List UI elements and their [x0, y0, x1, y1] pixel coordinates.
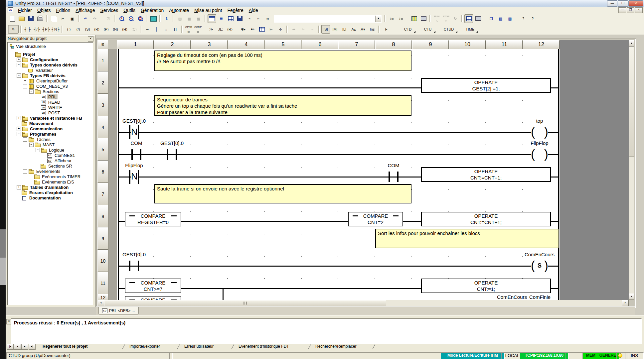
- tree-item-communication[interactable]: +Communication: [8, 126, 93, 131]
- minimize-button[interactable]: —: [607, 0, 617, 7]
- combobox-arrow-icon[interactable]: ▼: [375, 16, 381, 22]
- coil-reset-button[interactable]: [92, 25, 101, 34]
- contact-n-button[interactable]: [51, 25, 60, 34]
- h-scroll-thumb[interactable]: [104, 300, 386, 306]
- project-browser-button[interactable]: [217, 14, 226, 23]
- rung-number-8[interactable]: 8: [97, 205, 108, 227]
- ffb-assistant-button[interactable]: [248, 25, 257, 34]
- tree-item-mouvement[interactable]: Mouvement: [8, 121, 93, 126]
- undo-button[interactable]: [81, 14, 90, 23]
- hline-extend-button[interactable]: [162, 25, 170, 34]
- output-content[interactable]: Processus réussi : 0 Erreur(s) , 1 Avert…: [11, 318, 642, 344]
- coil-negative-button[interactable]: [111, 25, 120, 34]
- output-tab-erreur-utilisateur[interactable]: Erreur utilisateur: [180, 344, 232, 349]
- timeline-button[interactable]: [194, 14, 203, 23]
- tree-item-t-ches[interactable]: −Tâches: [8, 137, 93, 142]
- tile-horizontal-button[interactable]: [496, 14, 505, 23]
- address-combobox[interactable]: ▼: [274, 15, 382, 23]
- output-nav-2-icon[interactable]: ▸: [21, 344, 28, 350]
- simulator-button[interactable]: [419, 14, 428, 23]
- var-add-button[interactable]: [289, 25, 298, 34]
- rung-number-2[interactable]: 2: [97, 71, 108, 94]
- rung-number-9[interactable]: 9: [97, 227, 108, 250]
- collapse-icon[interactable]: −: [17, 132, 21, 136]
- time-button-button[interactable]: [461, 25, 479, 34]
- menu-affichage[interactable]: Affichage: [73, 7, 97, 14]
- tree-item-comnes1[interactable]: ComNES1: [8, 153, 93, 158]
- expand-icon[interactable]: +: [17, 127, 21, 131]
- tree-item-read[interactable]: READ: [8, 99, 93, 105]
- collapse-icon[interactable]: −: [23, 169, 27, 174]
- var-view-button[interactable]: [308, 25, 317, 34]
- insert-mode-button[interactable]: [368, 25, 377, 34]
- rung-number-3[interactable]: 3: [97, 94, 108, 116]
- save-button[interactable]: [27, 14, 35, 23]
- vline-button[interactable]: [152, 25, 161, 34]
- comment-box[interactable]: Reglage du timeout de com (en pas de 100…: [154, 51, 411, 71]
- expand-icon[interactable]: +: [17, 116, 21, 120]
- operate-block-button[interactable]: [184, 25, 193, 34]
- tree-item-tables-d-animation[interactable]: +Tables d'animation: [8, 184, 93, 190]
- tree-item-programmes[interactable]: −Programmes: [8, 131, 93, 137]
- output-nav-1-icon[interactable]: ◂: [14, 344, 21, 350]
- screen-save-button[interactable]: [236, 14, 244, 23]
- transfer-to-plc-button[interactable]: [387, 14, 396, 23]
- search-button[interactable]: [263, 14, 272, 23]
- data-selection-button[interactable]: [257, 25, 266, 34]
- tree-item-afficheur[interactable]: Afficheur: [8, 158, 93, 163]
- compare-block[interactable]: COMPARECNT>=7: [125, 279, 181, 293]
- cut-button[interactable]: [59, 14, 67, 23]
- tree-item-mast[interactable]: −MAST: [8, 142, 93, 147]
- label-button[interactable]: [216, 25, 225, 34]
- collapse-icon[interactable]: −: [23, 84, 27, 88]
- comment-box[interactable]: Saute la trame si on envoie rien avec le…: [154, 184, 411, 203]
- output-tab-reg-n-rer-tout-le-projet[interactable]: Regénérer tout le projet: [38, 344, 123, 349]
- wire-cross-button[interactable]: [276, 25, 285, 34]
- data-editor-button[interactable]: [226, 14, 235, 23]
- copy-button[interactable]: [49, 14, 58, 23]
- v-scroll-down-icon[interactable]: ▾: [629, 294, 634, 300]
- contact-p-button[interactable]: [42, 25, 51, 34]
- tree-item-documentation[interactable]: Documentation: [8, 195, 93, 200]
- new-button[interactable]: [8, 14, 17, 23]
- tree-item-sections-sr[interactable]: Sections SR: [8, 163, 93, 169]
- open-button[interactable]: [17, 14, 26, 23]
- mdi-restore-button[interactable]: ❐: [627, 7, 634, 13]
- coil-halt-button[interactable]: [120, 25, 129, 34]
- output-tab-importer-exporter[interactable]: Importer/exporter: [125, 344, 178, 349]
- tree-item-variables-et-instances-fb[interactable]: +Variables et instances FB: [8, 115, 93, 121]
- help-button[interactable]: [519, 14, 528, 23]
- context-help-button[interactable]: [528, 14, 537, 23]
- ffb-insert-button[interactable]: [239, 25, 247, 34]
- tree-item-ev-nements-timer[interactable]: Evénements TIMER: [8, 174, 93, 179]
- h-scrollbar[interactable]: ◂ ▸: [97, 300, 629, 306]
- rung-number-10[interactable]: 10: [97, 250, 108, 272]
- output-tab-ev-nement-d-historique-fdt[interactable]: Evénement d'historique FDT: [234, 344, 309, 349]
- jump-button[interactable]: [207, 25, 216, 34]
- collapse-icon[interactable]: −: [36, 148, 40, 152]
- rung-number-1[interactable]: 1: [97, 49, 108, 71]
- tree-item-logique[interactable]: −Logique: [8, 147, 93, 153]
- zoom-out-button[interactable]: [126, 14, 135, 23]
- contact-no-button[interactable]: [23, 25, 32, 34]
- stop-button[interactable]: [442, 14, 450, 23]
- expand-icon[interactable]: +: [17, 58, 21, 62]
- animation-table-button[interactable]: [464, 14, 473, 23]
- output-nav-0-icon[interactable]: |◂: [7, 344, 14, 350]
- select-tool-button[interactable]: [8, 25, 19, 34]
- rung-number-7[interactable]: 7: [97, 183, 108, 205]
- grid-button[interactable]: [185, 14, 194, 23]
- comment-box[interactable]: Sort les infos pour pouvoir enchainer le…: [375, 229, 559, 248]
- comment-box[interactable]: Sequenceur de tramesGénere un top a chaq…: [154, 95, 411, 116]
- run-button[interactable]: [432, 14, 441, 23]
- var-del-button[interactable]: [299, 25, 307, 34]
- ctud-button-button[interactable]: [439, 25, 458, 34]
- coil-set-button[interactable]: [83, 25, 92, 34]
- operate-block[interactable]: OPERATECNT:=CNT+1;: [421, 167, 551, 182]
- operate-block[interactable]: OPERATEGEST[2]:=1;: [421, 78, 551, 93]
- tree-item-variateur[interactable]: Variateur: [8, 67, 93, 73]
- zoom-page-button[interactable]: [136, 14, 144, 23]
- branch-button[interactable]: [171, 25, 180, 34]
- compare-block[interactable]: COMPAREREGISTER=0: [125, 212, 181, 226]
- return-button[interactable]: [226, 25, 234, 34]
